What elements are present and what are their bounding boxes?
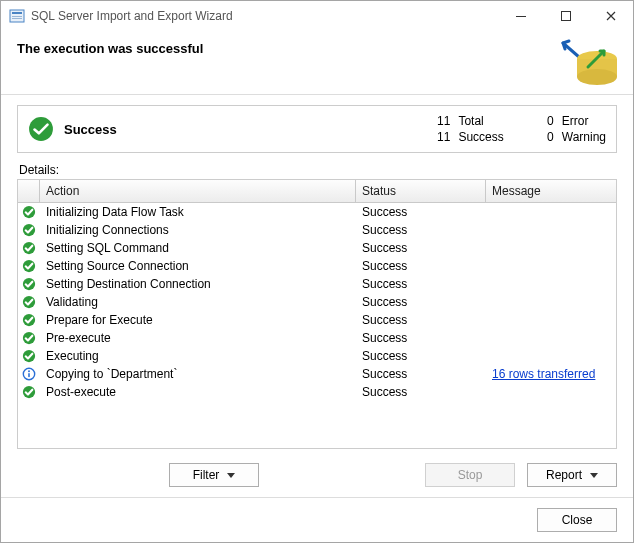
svg-point-9 bbox=[29, 117, 53, 141]
report-button[interactable]: Report bbox=[527, 463, 617, 487]
chevron-down-icon bbox=[227, 473, 235, 478]
action-button-row: Filter Stop Report bbox=[1, 457, 633, 497]
titlebar: SQL Server Import and Export Wizard bbox=[1, 1, 633, 31]
svg-rect-1 bbox=[12, 12, 22, 14]
svg-point-20 bbox=[28, 370, 30, 372]
table-row[interactable]: Setting Source ConnectionSuccess bbox=[18, 257, 616, 275]
table-row[interactable]: ExecutingSuccess bbox=[18, 347, 616, 365]
cell-status: Success bbox=[356, 347, 486, 365]
table-row[interactable]: Initializing ConnectionsSuccess bbox=[18, 221, 616, 239]
wizard-window: SQL Server Import and Export Wizard The … bbox=[0, 0, 634, 543]
stop-button-label: Stop bbox=[458, 468, 483, 482]
cell-status: Success bbox=[356, 383, 486, 401]
cell-message bbox=[486, 354, 616, 358]
cell-status: Success bbox=[356, 365, 486, 383]
col-status[interactable]: Status bbox=[356, 180, 486, 202]
table-row[interactable]: Pre-executeSuccess bbox=[18, 329, 616, 347]
summary-panel: Success 11 Total 0 Error 11 Success 0 Wa… bbox=[17, 105, 617, 153]
success-icon bbox=[18, 257, 40, 275]
count-success-l: Success bbox=[458, 130, 503, 144]
count-total-l: Total bbox=[458, 114, 503, 128]
close-button[interactable]: Close bbox=[537, 508, 617, 532]
col-action[interactable]: Action bbox=[40, 180, 356, 202]
cell-message[interactable]: 16 rows transferred bbox=[486, 365, 616, 383]
table-row[interactable]: Setting Destination ConnectionSuccess bbox=[18, 275, 616, 293]
close-button-label: Close bbox=[562, 513, 593, 527]
svg-rect-3 bbox=[12, 18, 22, 19]
cell-action: Executing bbox=[40, 347, 356, 365]
stop-button: Stop bbox=[425, 463, 515, 487]
chevron-down-icon bbox=[590, 473, 598, 478]
report-button-label: Report bbox=[546, 468, 582, 482]
count-total-n: 11 bbox=[434, 114, 450, 128]
header-graphic bbox=[561, 37, 621, 87]
cell-status: Success bbox=[356, 311, 486, 329]
table-row[interactable]: Post-executeSuccess bbox=[18, 383, 616, 401]
col-icon bbox=[18, 180, 40, 202]
count-error-n: 0 bbox=[538, 114, 554, 128]
svg-rect-4 bbox=[516, 16, 526, 17]
cell-status: Success bbox=[356, 239, 486, 257]
cell-action: Setting Destination Connection bbox=[40, 275, 356, 293]
success-icon bbox=[18, 347, 40, 365]
success-icon bbox=[18, 311, 40, 329]
count-warning-l: Warning bbox=[562, 130, 606, 144]
header-message: The execution was successful bbox=[17, 41, 203, 56]
count-warning-n: 0 bbox=[538, 130, 554, 144]
cell-message bbox=[486, 264, 616, 268]
cell-message bbox=[486, 228, 616, 232]
filter-button[interactable]: Filter bbox=[169, 463, 259, 487]
cell-status: Success bbox=[356, 257, 486, 275]
table-row[interactable]: ValidatingSuccess bbox=[18, 293, 616, 311]
cell-message bbox=[486, 318, 616, 322]
table-row[interactable]: Initializing Data Flow TaskSuccess bbox=[18, 203, 616, 221]
cell-status: Success bbox=[356, 203, 486, 221]
col-message[interactable]: Message bbox=[486, 180, 616, 202]
cell-message bbox=[486, 246, 616, 250]
cell-message bbox=[486, 210, 616, 214]
window-title: SQL Server Import and Export Wizard bbox=[31, 9, 498, 23]
details-grid: Action Status Message Initializing Data … bbox=[17, 179, 617, 449]
success-icon bbox=[18, 203, 40, 221]
cell-status: Success bbox=[356, 275, 486, 293]
info-icon bbox=[18, 365, 40, 383]
cell-message bbox=[486, 300, 616, 304]
minimize-button[interactable] bbox=[498, 2, 543, 31]
cell-action: Initializing Connections bbox=[40, 221, 356, 239]
success-icon bbox=[18, 221, 40, 239]
svg-rect-21 bbox=[28, 373, 30, 377]
summary-counts: 11 Total 0 Error 11 Success 0 Warning bbox=[434, 114, 606, 144]
cell-action: Setting SQL Command bbox=[40, 239, 356, 257]
details-label: Details: bbox=[19, 163, 615, 177]
success-icon bbox=[28, 116, 54, 142]
count-success-n: 11 bbox=[434, 130, 450, 144]
success-icon bbox=[18, 383, 40, 401]
cell-action: Pre-execute bbox=[40, 329, 356, 347]
summary-label: Success bbox=[64, 122, 424, 137]
success-icon bbox=[18, 329, 40, 347]
svg-rect-5 bbox=[561, 12, 570, 21]
svg-rect-2 bbox=[12, 16, 22, 17]
grid-body: Initializing Data Flow TaskSuccessInitia… bbox=[18, 203, 616, 401]
filter-button-label: Filter bbox=[193, 468, 220, 482]
success-icon bbox=[18, 275, 40, 293]
table-row[interactable]: Setting SQL CommandSuccess bbox=[18, 239, 616, 257]
cell-status: Success bbox=[356, 221, 486, 239]
cell-message bbox=[486, 336, 616, 340]
table-row[interactable]: Prepare for ExecuteSuccess bbox=[18, 311, 616, 329]
cell-message bbox=[486, 390, 616, 394]
success-icon bbox=[18, 239, 40, 257]
table-row[interactable]: Copying to `Department`Success16 rows tr… bbox=[18, 365, 616, 383]
maximize-button[interactable] bbox=[543, 2, 588, 31]
cell-action: Prepare for Execute bbox=[40, 311, 356, 329]
close-window-button[interactable] bbox=[588, 2, 633, 31]
cell-action: Initializing Data Flow Task bbox=[40, 203, 356, 221]
cell-action: Validating bbox=[40, 293, 356, 311]
cell-action: Setting Source Connection bbox=[40, 257, 356, 275]
svg-point-8 bbox=[577, 69, 617, 85]
grid-header: Action Status Message bbox=[18, 180, 616, 203]
cell-message bbox=[486, 282, 616, 286]
cell-action: Copying to `Department` bbox=[40, 365, 356, 383]
success-icon bbox=[18, 293, 40, 311]
cell-status: Success bbox=[356, 329, 486, 347]
